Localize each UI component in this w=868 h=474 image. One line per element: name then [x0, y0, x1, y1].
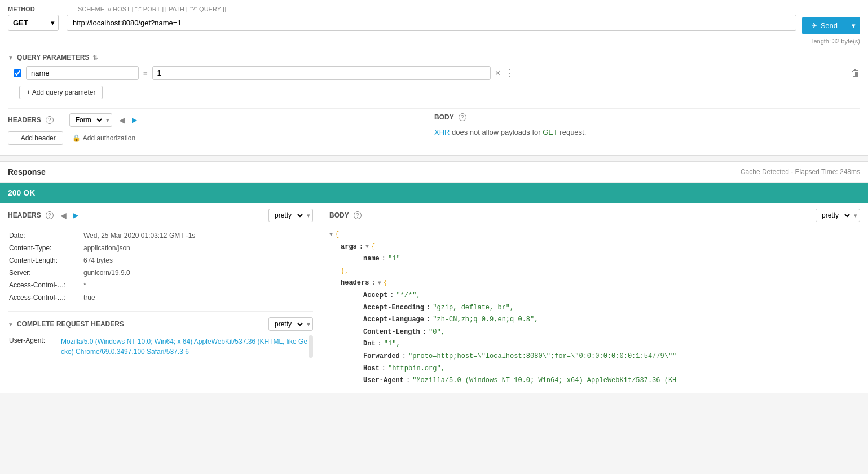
- send-label: Send: [821, 21, 838, 30]
- useragent-wrapper: User-Agent: Mozilla/5.0 (Windows NT 10.0…: [8, 335, 313, 358]
- length-info: length: 32 byte(s): [8, 38, 860, 45]
- json-value-dnt: "1",: [384, 338, 400, 351]
- lock-icon: 🔒: [72, 134, 81, 142]
- headers-help-icon[interactable]: ?: [46, 116, 54, 124]
- json-value-accept: "*/*",: [396, 290, 420, 302]
- json-key-accept-lang: Accept-Language: [363, 314, 424, 326]
- complete-req-pretty-wrapper: pretty ▾: [268, 317, 313, 331]
- headers-label: HEADERS: [8, 116, 41, 124]
- body-label: BODY: [434, 113, 454, 121]
- json-indent-2: Accept : "*/*", Accept-Encoding : "gzip,…: [341, 290, 860, 387]
- response-body-col: BODY ? pretty ▾ ▼ { args: [321, 203, 868, 393]
- body-header-row: BODY ?: [434, 113, 852, 121]
- json-colon: :: [371, 277, 375, 290]
- divider-right-arrow[interactable]: ▶: [132, 116, 137, 124]
- header-value: *: [83, 280, 312, 291]
- add-param-button[interactable]: + Add query parameter: [19, 86, 103, 99]
- table-row: User-Agent: Mozilla/5.0 (Windows NT 10.0…: [9, 336, 312, 357]
- xhr-text: XHR: [434, 128, 450, 136]
- json-value-content-length: "0",: [429, 326, 445, 339]
- json-colon: :: [382, 253, 386, 265]
- json-colon: :: [378, 338, 382, 351]
- json-collapse-arrow[interactable]: ▼: [365, 242, 369, 252]
- headers-btn-row: + Add header 🔒 Add authorization: [8, 131, 426, 145]
- header-value: application/json: [83, 242, 312, 254]
- complete-req-pretty-select[interactable]: pretty: [269, 318, 305, 330]
- json-collapse-arrow[interactable]: ▼: [329, 230, 333, 240]
- url-input[interactable]: [67, 15, 796, 31]
- method-select[interactable]: GET POST PUT DELETE: [8, 15, 47, 30]
- json-value-accept-enc: "gzip, deflate, br",: [433, 302, 514, 314]
- response-header-row: Response Cache Detected - Elapsed Time: …: [0, 162, 868, 183]
- param-clear-button[interactable]: ×: [495, 69, 500, 78]
- header-key: Content-Length:: [9, 255, 82, 266]
- json-line: },: [341, 265, 860, 278]
- header-key: Access-Control-…:: [9, 292, 82, 303]
- resp-body-help[interactable]: ?: [354, 211, 362, 219]
- json-value-name: "1": [388, 253, 400, 265]
- method-dropdown-button[interactable]: ▾: [47, 15, 58, 30]
- json-collapse-arrow[interactable]: ▼: [378, 278, 381, 289]
- json-key-name: name: [363, 253, 380, 265]
- resp-body-header-row: BODY ? pretty ▾: [329, 209, 860, 222]
- send-dropdown-button[interactable]: ▾: [847, 17, 860, 34]
- json-value-accept-lang: "zh-CN,zh;q=0.9,en;q=0.8",: [433, 314, 538, 326]
- param-value-input[interactable]: [152, 66, 491, 80]
- resp-body-pretty-select[interactable]: pretty: [816, 209, 852, 222]
- json-colon: :: [402, 351, 406, 363]
- complete-req-section: ▼ COMPLETE REQUEST HEADERS pretty ▾ User…: [8, 311, 313, 358]
- add-authorization-button[interactable]: 🔒 Add authorization: [68, 132, 140, 144]
- param-name-input[interactable]: [26, 66, 139, 80]
- header-key: Content-Type:: [9, 242, 82, 254]
- method-label: METHOD: [8, 6, 59, 12]
- add-header-button[interactable]: + Add header: [8, 131, 63, 145]
- useragent-value: Mozilla/5.0 (Windows NT 10.0; Win64; x 6…: [61, 336, 312, 357]
- json-colon: :: [422, 326, 426, 339]
- send-button-group: ✈ Send ▾: [802, 17, 860, 34]
- elapsed-time: Cache Detected - Elapsed Time: 248ms: [741, 168, 860, 176]
- equals-sign: =: [143, 69, 148, 77]
- param-delete-icon[interactable]: 🗑: [851, 68, 860, 78]
- json-line: ▼ {: [329, 229, 860, 241]
- json-open-brace: {: [384, 277, 387, 290]
- json-line: Forwarded : "proto=http;host=\"localhost…: [363, 351, 860, 363]
- resp-body-pretty-wrapper: pretty ▾: [816, 209, 860, 222]
- nav-left-arrow[interactable]: ◀: [117, 113, 127, 127]
- headers-section: HEADERS ? Form ▾ ◀ ▶ + Add header 🔒 Add …: [8, 109, 426, 149]
- response-headers-title-row: HEADERS ? ◀ ▶ pretty ▾: [8, 209, 313, 222]
- header-key: Date:: [9, 230, 82, 241]
- response-headers-col: HEADERS ? ◀ ▶ pretty ▾ Date: Wed, 25 Mar…: [0, 203, 321, 393]
- table-row: Access-Control-…: true: [9, 292, 312, 303]
- table-row: Access-Control-…: *: [9, 280, 312, 291]
- param-more-button[interactable]: ⋮: [505, 68, 514, 78]
- json-line: Accept-Encoding : "gzip, deflate, br",: [363, 302, 860, 314]
- json-key-accept-enc: Accept-Encoding: [363, 302, 424, 314]
- json-value-host: "httpbin.org",: [388, 363, 445, 375]
- json-key-accept: Accept: [363, 290, 387, 302]
- add-auth-label: Add authorization: [83, 134, 135, 142]
- send-button[interactable]: ✈ Send: [802, 17, 847, 34]
- param-checkbox[interactable]: [14, 69, 21, 77]
- json-line: Accept-Language : "zh-CN,zh;q=0.9,en;q=0…: [363, 314, 860, 326]
- useragent-key: User-Agent:: [9, 336, 60, 357]
- header-value: true: [83, 292, 312, 303]
- json-line: args : ▼ {: [341, 241, 860, 254]
- complete-req-header[interactable]: ▼ COMPLETE REQUEST HEADERS pretty ▾: [8, 317, 313, 331]
- query-params-label: QUERY PARAMETERS: [17, 54, 89, 61]
- resp-headers-help[interactable]: ?: [46, 211, 54, 219]
- resp-nav-right[interactable]: ▶: [73, 211, 78, 219]
- form-select[interactable]: Form: [70, 114, 104, 126]
- json-open-brace: {: [335, 229, 339, 241]
- resp-nav-left[interactable]: ◀: [58, 209, 69, 222]
- query-params-header[interactable]: ▼ QUERY PARAMETERS ⇅: [8, 54, 860, 61]
- form-select-wrapper: Form ▾: [69, 113, 112, 127]
- json-key-useragent: User-Agent: [363, 375, 404, 387]
- body-help-icon[interactable]: ?: [459, 113, 466, 121]
- scheme-label: SCHEME :// HOST [ ":" PORT ] [ PATH [ "?…: [78, 6, 796, 12]
- header-key: Server:: [9, 267, 82, 278]
- param-row: = × ⋮ 🗑: [14, 66, 860, 80]
- resp-pretty-select[interactable]: pretty: [269, 209, 305, 222]
- send-icon: ✈: [811, 21, 817, 30]
- json-indent: args : ▼ { name : "1" },: [329, 241, 860, 387]
- json-open-brace: {: [371, 241, 375, 254]
